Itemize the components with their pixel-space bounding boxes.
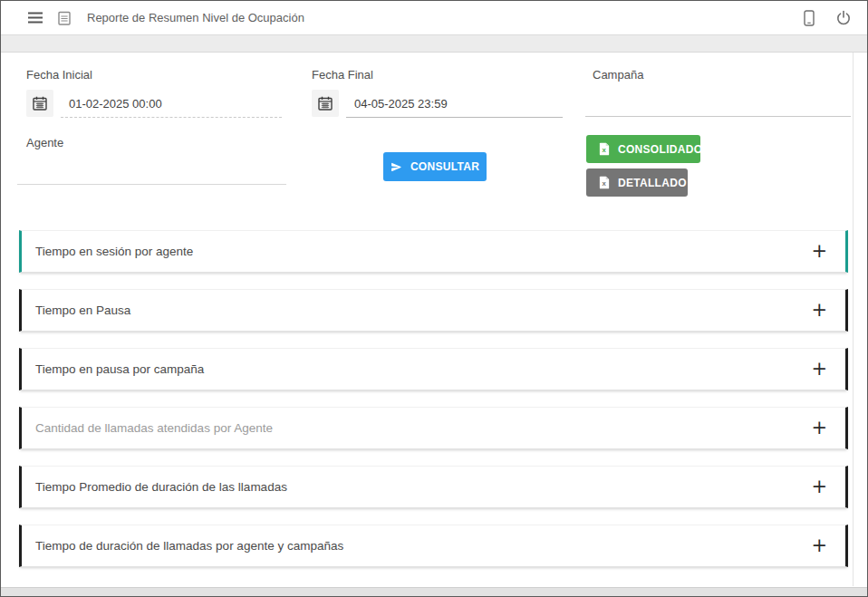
accordion-panel[interactable]: Tiempo en sesión por agente+ [19, 230, 848, 273]
campana-input[interactable] [585, 90, 851, 117]
consolidado-button[interactable]: x CONSOLIDADO [586, 135, 700, 163]
fecha-inicial-value[interactable]: 01-02-2025 00:00 [69, 97, 162, 111]
plus-icon[interactable]: + [811, 419, 827, 438]
plus-icon[interactable]: + [811, 301, 827, 320]
consultar-button[interactable]: CONSULTAR [383, 152, 487, 181]
fecha-inicial-underline [61, 117, 282, 118]
agente-input[interactable] [17, 158, 286, 185]
fecha-final-underline [346, 117, 563, 118]
accordion-list: Tiempo en sesión por agente+Tiempo en Pa… [1, 212, 867, 567]
filter-form: Fecha Inicial 01-02-2025 00:00 Fecha Fin… [1, 53, 867, 212]
consultar-label: CONSULTAR [410, 160, 479, 173]
accordion-panel[interactable]: Tiempo en pausa por campaña+ [19, 348, 848, 390]
excel-file-icon: x [599, 176, 610, 189]
footer-strip [1, 587, 867, 596]
plus-icon[interactable]: + [811, 360, 827, 379]
svg-text:x: x [602, 146, 606, 154]
plus-icon[interactable]: + [811, 477, 827, 496]
app-window: Reporte de Resumen Nivel de Ocupación Fe… [0, 0, 868, 597]
fecha-final-value[interactable]: 04-05-2025 23:59 [354, 97, 448, 111]
accordion-panel[interactable]: Tiempo en Pausa+ [19, 289, 848, 332]
page-title: Reporte de Resumen Nivel de Ocupación [87, 11, 304, 24]
panel-title: Cantidad de llamadas atendidas por Agent… [35, 421, 273, 435]
panel-title: Tiempo Promedio de duración de las llama… [35, 480, 287, 494]
panel-title: Tiempo de duración de llamadas por agent… [35, 539, 343, 553]
detallado-label: DETALLADO [618, 177, 687, 189]
detallado-button[interactable]: x DETALLADO [586, 169, 688, 197]
panel-title: Tiempo en Pausa [35, 303, 130, 317]
svg-text:x: x [602, 179, 606, 188]
hamburger-menu-icon[interactable] [28, 12, 43, 24]
accordion-panel[interactable]: Cantidad de llamadas atendidas por Agent… [19, 407, 848, 449]
mobile-phone-icon[interactable] [804, 10, 815, 26]
calendar-icon[interactable] [312, 90, 339, 117]
plus-icon[interactable]: + [811, 536, 827, 555]
campana-label: Campaña [593, 68, 643, 82]
agente-label: Agente [26, 136, 63, 149]
panel-title: Tiempo en sesión por agente [35, 245, 193, 258]
topbar: Reporte de Resumen Nivel de Ocupación [1, 1, 867, 35]
fecha-final-field[interactable]: 04-05-2025 23:59 [312, 90, 448, 117]
accordion-panel[interactable]: Tiempo Promedio de duración de las llama… [19, 466, 848, 508]
paper-plane-icon [391, 161, 402, 173]
accordion-panel[interactable]: Tiempo de duración de llamadas por agent… [19, 525, 848, 567]
toolbar-strip [1, 35, 867, 53]
plus-icon[interactable]: + [811, 242, 827, 261]
panel-title: Tiempo en pausa por campaña [35, 362, 204, 376]
power-icon[interactable] [836, 10, 851, 25]
fecha-final-label: Fecha Final [312, 68, 373, 82]
fecha-inicial-label: Fecha Inicial [26, 68, 92, 82]
calendar-icon[interactable] [26, 90, 53, 117]
consolidado-label: CONSOLIDADO [618, 143, 702, 156]
excel-file-icon: x [599, 142, 610, 156]
report-file-icon[interactable] [58, 11, 71, 25]
content-right-edge [853, 53, 854, 586]
fecha-inicial-field[interactable]: 01-02-2025 00:00 [26, 90, 162, 117]
